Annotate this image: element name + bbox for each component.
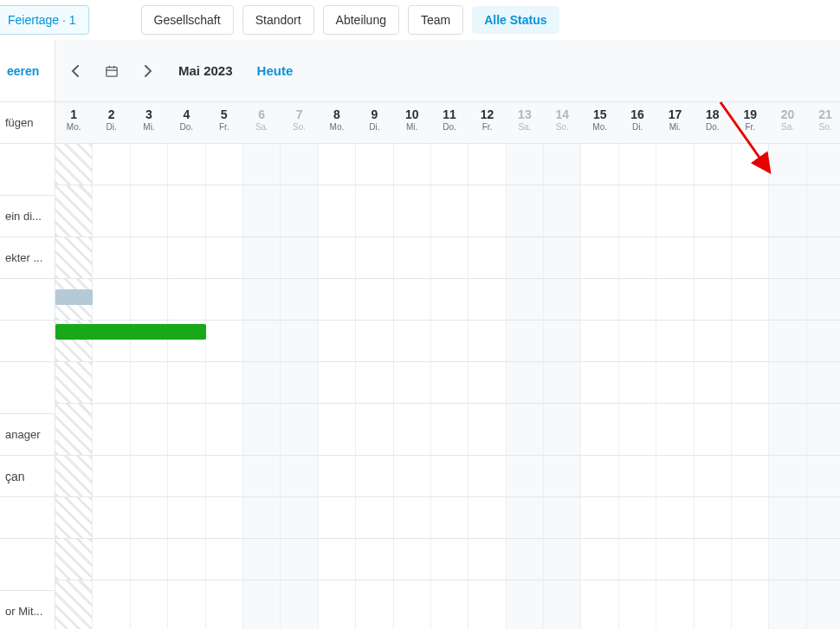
grid-cell[interactable] <box>93 580 130 629</box>
grid-cell[interactable] <box>507 279 544 320</box>
grid-cell[interactable] <box>468 539 506 580</box>
grid-cell[interactable] <box>55 362 93 403</box>
grid-cell[interactable] <box>695 404 732 455</box>
grid-cell[interactable] <box>807 237 840 278</box>
grid-cell[interactable] <box>656 497 694 538</box>
grid-cell[interactable] <box>319 144 356 185</box>
grid-cell[interactable] <box>394 456 431 496</box>
grid-cell[interactable] <box>656 539 694 580</box>
day-header-1[interactable]: 1Mo. <box>55 102 93 143</box>
grid-cell[interactable] <box>581 456 618 496</box>
grid-cell[interactable] <box>732 279 769 320</box>
grid-cell[interactable] <box>55 404 93 455</box>
grid-cell[interactable] <box>544 456 581 496</box>
grid-cell[interactable] <box>131 539 168 580</box>
grid-cell[interactable] <box>619 237 656 278</box>
grid-cell[interactable] <box>619 404 656 455</box>
grid-cell[interactable] <box>243 456 281 496</box>
grid-cell[interactable] <box>131 237 168 278</box>
grid-cell[interactable] <box>168 279 205 320</box>
grid-cell[interactable] <box>206 497 243 538</box>
day-header-13[interactable]: 13Sa. <box>507 102 544 143</box>
grid-cell[interactable] <box>394 497 431 538</box>
grid-cell[interactable] <box>319 362 356 403</box>
grid-cell[interactable] <box>544 144 581 185</box>
grid-cell[interactable] <box>243 185 281 237</box>
grid-cell[interactable] <box>55 185 93 237</box>
grid-cell[interactable] <box>468 279 506 320</box>
day-header-14[interactable]: 14So. <box>544 102 581 143</box>
grid-cell[interactable] <box>319 456 356 496</box>
grid-cell[interactable] <box>431 237 468 278</box>
grid-cell[interactable] <box>93 497 130 538</box>
grid-cell[interactable] <box>243 321 281 361</box>
grid-cell[interactable] <box>695 279 732 320</box>
grid-cell[interactable] <box>93 279 130 320</box>
grid-cell[interactable] <box>55 539 93 580</box>
grid-cell[interactable] <box>468 456 506 496</box>
grid-cell[interactable] <box>656 279 694 320</box>
day-header-15[interactable]: 15Mo. <box>581 102 618 143</box>
grid-cell[interactable] <box>55 456 93 496</box>
day-header-3[interactable]: 3Mi. <box>131 102 168 143</box>
day-header-4[interactable]: 4Do. <box>168 102 205 143</box>
grid-cell[interactable] <box>319 497 356 538</box>
grid-cell[interactable] <box>168 144 205 185</box>
grid-cell[interactable] <box>807 456 840 496</box>
grid-cell[interactable] <box>656 362 694 403</box>
grid-cell[interactable] <box>55 580 93 629</box>
day-header-10[interactable]: 10Mi. <box>394 102 431 143</box>
grid-cell[interactable] <box>243 279 281 320</box>
grid-cell[interactable] <box>93 362 130 403</box>
grid-cell[interactable] <box>93 144 130 185</box>
filter-status[interactable]: Alle Status <box>472 6 559 34</box>
filter-holidays[interactable]: Feiertage · 1 <box>0 5 89 35</box>
grid-cell[interactable] <box>206 237 243 278</box>
next-month-icon[interactable] <box>142 65 154 77</box>
grid-cell[interactable] <box>656 404 694 455</box>
grid-cell[interactable] <box>544 362 581 403</box>
grid-cell[interactable] <box>131 404 168 455</box>
grid-cell[interactable] <box>281 185 318 237</box>
grid-cell[interactable] <box>507 456 544 496</box>
grid-cell[interactable] <box>93 185 130 237</box>
day-header-5[interactable]: 5Fr. <box>206 102 243 143</box>
grid-cell[interactable] <box>281 321 318 361</box>
grid-cell[interactable] <box>544 321 581 361</box>
grid-cell[interactable] <box>732 362 769 403</box>
grid-cell[interactable] <box>394 185 431 237</box>
grid-cell[interactable] <box>656 237 694 278</box>
day-header-6[interactable]: 6Sa. <box>243 102 281 143</box>
grid-cell[interactable] <box>431 539 468 580</box>
grid-cell[interactable] <box>431 185 468 237</box>
grid-cell[interactable] <box>581 237 618 278</box>
grid-cell[interactable] <box>206 580 243 629</box>
day-header-8[interactable]: 8Mo. <box>319 102 356 143</box>
grid-cell[interactable] <box>319 185 356 237</box>
grid-cell[interactable] <box>168 237 205 278</box>
grid-cell[interactable] <box>619 279 656 320</box>
grid-cell[interactable] <box>769 237 806 278</box>
grid-cell[interactable] <box>243 404 281 455</box>
grid-cell[interactable] <box>507 362 544 403</box>
grid-cell[interactable] <box>769 362 806 403</box>
grid-cell[interactable] <box>131 456 168 496</box>
grid-cell[interactable] <box>319 539 356 580</box>
day-header-11[interactable]: 11Do. <box>431 102 468 143</box>
grid-cell[interactable] <box>319 237 356 278</box>
grid-cell[interactable] <box>243 237 281 278</box>
day-header-21[interactable]: 21So. <box>807 102 840 143</box>
grid-cell[interactable] <box>431 404 468 455</box>
grid-cell[interactable] <box>319 321 356 361</box>
filter-team[interactable]: Team <box>408 5 463 35</box>
day-header-20[interactable]: 20Sa. <box>769 102 806 143</box>
prev-month-icon[interactable] <box>69 65 81 77</box>
grid-cell[interactable] <box>656 144 694 185</box>
grid-cell[interactable] <box>656 321 694 361</box>
grid-cell[interactable] <box>807 144 840 185</box>
grid-cell[interactable] <box>206 362 243 403</box>
grid-cell[interactable] <box>695 497 732 538</box>
grid-cell[interactable] <box>581 321 618 361</box>
grid-cell[interactable] <box>93 456 130 496</box>
grid-cell[interactable] <box>732 456 769 496</box>
